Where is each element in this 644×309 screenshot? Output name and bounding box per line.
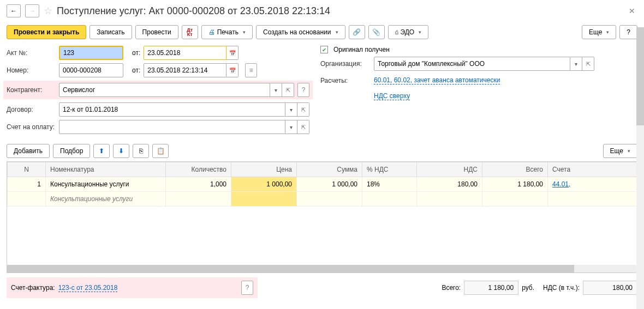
vertical-scrollbar[interactable] bbox=[636, 27, 644, 309]
link-icon: 🔗 bbox=[353, 28, 361, 36]
post-button[interactable]: Провести bbox=[135, 25, 178, 39]
number-label: Номер: bbox=[7, 66, 56, 74]
org-open-icon[interactable]: ⇱ bbox=[582, 57, 594, 71]
invoice-dropdown-icon[interactable]: ▾ bbox=[285, 120, 297, 134]
contract-open-icon[interactable]: ⇱ bbox=[297, 102, 309, 117]
select-button[interactable]: Подбор bbox=[53, 144, 90, 158]
vat-total-label: НДС (в т.ч.): bbox=[543, 284, 580, 292]
act-no-input[interactable]: 123 bbox=[59, 46, 123, 60]
paste-button[interactable]: 📋 bbox=[152, 144, 169, 158]
invoice-factura-link[interactable]: 123-с от 23.05.2018 bbox=[58, 284, 118, 292]
vat-link[interactable]: НДС сверху bbox=[374, 92, 410, 100]
arrow-up-icon: ⬆ bbox=[99, 147, 104, 155]
invoice-label: Счет на оплату: bbox=[7, 123, 56, 131]
counterparty-label: Контрагент: bbox=[7, 86, 56, 94]
col-total[interactable]: Всего bbox=[482, 162, 548, 177]
number-date-input[interactable]: 23.05.2018 22:13:14 bbox=[144, 63, 226, 77]
counterparty-input[interactable]: Сервислог bbox=[59, 83, 270, 97]
help-button[interactable]: ? bbox=[619, 25, 637, 39]
post-and-close-button[interactable]: Провести и закрыть bbox=[7, 25, 86, 39]
col-vat[interactable]: НДС bbox=[417, 162, 482, 177]
more-button[interactable]: Еще bbox=[582, 25, 616, 39]
move-down-button[interactable]: ⬇ bbox=[113, 144, 129, 158]
number-input[interactable]: 0000-000208 bbox=[59, 63, 123, 77]
invoice-factura-label: Счет-фактура: bbox=[11, 284, 55, 292]
currency-label: руб. bbox=[522, 284, 534, 292]
contract-input[interactable]: 12-к от 01.01.2018 bbox=[59, 102, 285, 117]
account-link[interactable]: 44.01, bbox=[552, 180, 570, 188]
number-extra-button[interactable]: ≡ bbox=[245, 63, 257, 77]
invoice-open-icon[interactable]: ⇱ bbox=[297, 120, 309, 134]
print-button[interactable]: 🖨 Печать bbox=[201, 25, 253, 39]
arrow-down-icon: ⬇ bbox=[118, 147, 124, 155]
counterparty-open-icon[interactable]: ⇱ bbox=[282, 83, 294, 97]
vat-total-value: 180,00 bbox=[583, 281, 637, 295]
contract-label: Договор: bbox=[7, 106, 56, 113]
original-label: Оригинал получен bbox=[333, 46, 390, 53]
move-up-button[interactable]: ⬆ bbox=[93, 144, 110, 158]
printer-icon: 🖨 bbox=[208, 28, 215, 36]
org-input[interactable]: Торговый дом "Комплексный" ООО bbox=[374, 57, 570, 71]
dk-button[interactable]: ДтКт bbox=[182, 25, 198, 39]
act-date-input[interactable]: 23.05.2018 bbox=[144, 46, 226, 60]
total-label: Всего: bbox=[442, 284, 461, 292]
col-accounts[interactable]: Счета bbox=[548, 162, 637, 177]
org-dropdown-icon[interactable]: ▾ bbox=[570, 57, 582, 71]
calendar-icon-2[interactable]: 📅 bbox=[226, 63, 238, 77]
edo-button[interactable]: ⎙ ЭДО bbox=[388, 25, 429, 39]
settlements-link[interactable]: 60.01, 60.02, зачет аванса автоматически bbox=[374, 76, 500, 84]
counterparty-help[interactable]: ? bbox=[297, 83, 309, 97]
from-label-1: от: bbox=[132, 49, 140, 57]
edo-icon: ⎙ bbox=[395, 29, 398, 35]
nav-forward-button[interactable]: → bbox=[25, 4, 39, 17]
col-vat-pct[interactable]: % НДС bbox=[362, 162, 417, 177]
paste-icon: 📋 bbox=[157, 147, 165, 155]
table-row-sub[interactable]: Консультационные услуги bbox=[8, 192, 637, 207]
col-n[interactable]: N bbox=[8, 162, 46, 177]
items-table: N Номенклатура Количество Цена Сумма % Н… bbox=[7, 161, 637, 273]
create-based-button[interactable]: Создать на основании bbox=[256, 25, 345, 39]
col-qty[interactable]: Количество bbox=[166, 162, 231, 177]
act-no-label: Акт №: bbox=[7, 49, 56, 57]
copy-button[interactable]: ⎘ bbox=[133, 144, 149, 158]
contract-dropdown-icon[interactable]: ▾ bbox=[285, 102, 297, 117]
col-price[interactable]: Цена bbox=[231, 162, 297, 177]
col-nomenclature[interactable]: Номенклатура bbox=[46, 162, 166, 177]
favorite-star-icon[interactable]: ☆ bbox=[44, 5, 52, 17]
table-row[interactable]: 1 Консультационные услуги 1,000 1 000,00… bbox=[8, 177, 637, 192]
counterparty-dropdown-icon[interactable]: ▾ bbox=[270, 83, 282, 97]
close-icon[interactable]: ✕ bbox=[629, 7, 635, 15]
nav-back-button[interactable]: ← bbox=[7, 4, 21, 17]
dk-icon: ДтКт bbox=[187, 28, 193, 37]
copy-icon: ⎘ bbox=[139, 147, 143, 155]
clip-icon: 📎 bbox=[372, 28, 380, 36]
calendar-icon[interactable]: 📅 bbox=[226, 46, 238, 60]
invoice-input[interactable] bbox=[59, 120, 285, 134]
attach-button[interactable]: 📎 bbox=[368, 25, 385, 39]
total-value: 1 180,00 bbox=[464, 281, 518, 295]
from-label-2: от: bbox=[132, 66, 140, 74]
table-more-button[interactable]: Еще bbox=[603, 144, 637, 158]
add-row-button[interactable]: Добавить bbox=[7, 144, 50, 158]
col-sum[interactable]: Сумма bbox=[297, 162, 362, 177]
write-button[interactable]: Записать bbox=[90, 25, 132, 39]
horizontal-scrollbar[interactable] bbox=[7, 265, 637, 272]
factura-help[interactable]: ? bbox=[241, 281, 253, 295]
link-button[interactable]: 🔗 bbox=[349, 25, 365, 39]
org-label: Организация: bbox=[320, 60, 371, 68]
settlements-label: Расчеты: bbox=[320, 77, 371, 84]
original-checkbox[interactable]: ✔ bbox=[320, 46, 328, 53]
page-title: Поступление услуг: Акт 0000-000208 от 23… bbox=[57, 5, 330, 17]
